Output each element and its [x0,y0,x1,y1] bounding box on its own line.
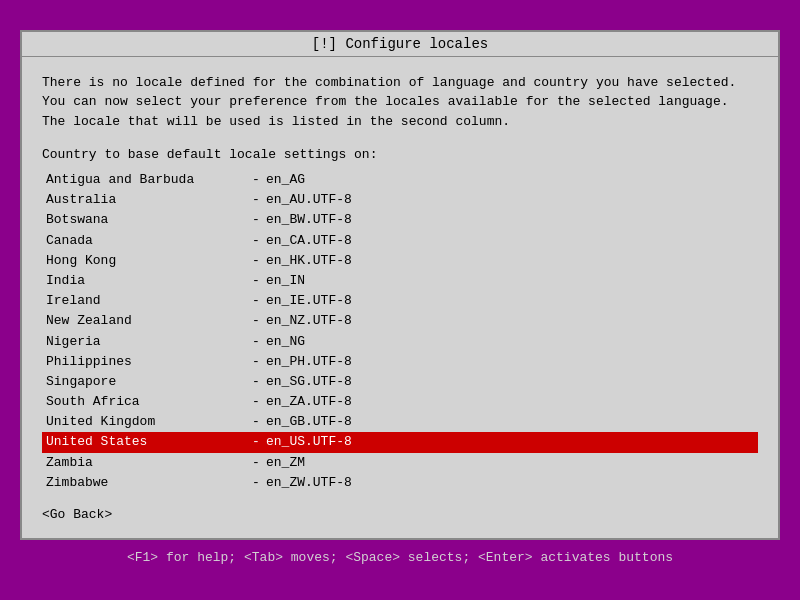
country-name: Ireland [46,292,246,310]
title-bar: [!] Configure locales [22,32,778,57]
list-item[interactable]: Botswana - en_BW.UTF-8 [42,210,758,230]
list-item[interactable]: Hong Kong - en_HK.UTF-8 [42,251,758,271]
country-name: India [46,272,246,290]
locale-code: en_US.UTF-8 [266,433,352,451]
country-list[interactable]: Antigua and Barbuda - en_AGAustralia - e… [42,170,758,495]
list-item[interactable]: Ireland - en_IE.UTF-8 [42,291,758,311]
locale-code: en_AG [266,171,305,189]
separator: - [246,232,266,250]
separator: - [246,312,266,330]
country-name: New Zealand [46,312,246,330]
locale-code: en_ZA.UTF-8 [266,393,352,411]
locale-code: en_SG.UTF-8 [266,373,352,391]
locale-code: en_NG [266,333,305,351]
locale-code: en_IE.UTF-8 [266,292,352,310]
section-label: Country to base default locale settings … [42,147,758,162]
country-name: Zambia [46,454,246,472]
list-item[interactable]: South Africa - en_ZA.UTF-8 [42,392,758,412]
list-item[interactable]: New Zealand - en_NZ.UTF-8 [42,311,758,331]
window-title: [!] Configure locales [312,36,488,52]
separator: - [246,333,266,351]
country-name: South Africa [46,393,246,411]
separator: - [246,171,266,189]
help-bar: <F1> for help; <Tab> moves; <Space> sele… [0,544,800,571]
locale-code: en_IN [266,272,305,290]
locale-code: en_PH.UTF-8 [266,353,352,371]
country-name: Hong Kong [46,252,246,270]
separator: - [246,393,266,411]
list-item[interactable]: Zambia - en_ZM [42,453,758,473]
country-name: Zimbabwe [46,474,246,492]
separator: - [246,272,266,290]
separator: - [246,433,266,451]
locale-code: en_HK.UTF-8 [266,252,352,270]
separator: - [246,373,266,391]
locale-code: en_NZ.UTF-8 [266,312,352,330]
separator: - [246,413,266,431]
locale-code: en_BW.UTF-8 [266,211,352,229]
list-item[interactable]: Philippines - en_PH.UTF-8 [42,352,758,372]
separator: - [246,454,266,472]
list-item[interactable]: Canada - en_CA.UTF-8 [42,231,758,251]
list-item[interactable]: Singapore - en_SG.UTF-8 [42,372,758,392]
country-name: Nigeria [46,333,246,351]
go-back-button[interactable]: <Go Back> [42,507,758,522]
separator: - [246,353,266,371]
list-item[interactable]: United States - en_US.UTF-8 [42,432,758,452]
separator: - [246,292,266,310]
list-item[interactable]: Zimbabwe - en_ZW.UTF-8 [42,473,758,493]
locale-code: en_CA.UTF-8 [266,232,352,250]
country-name: Botswana [46,211,246,229]
country-name: Singapore [46,373,246,391]
list-item[interactable]: India - en_IN [42,271,758,291]
list-item[interactable]: United Kingdom - en_GB.UTF-8 [42,412,758,432]
description-text: There is no locale defined for the combi… [42,73,758,132]
country-name: United States [46,433,246,451]
separator: - [246,191,266,209]
list-item[interactable]: Nigeria - en_NG [42,332,758,352]
country-name: Canada [46,232,246,250]
separator: - [246,211,266,229]
country-name: Antigua and Barbuda [46,171,246,189]
content-area: There is no locale defined for the combi… [22,57,778,538]
list-item[interactable]: Australia - en_AU.UTF-8 [42,190,758,210]
list-item[interactable]: Antigua and Barbuda - en_AG [42,170,758,190]
dialog-window: [!] Configure locales There is no locale… [20,30,780,540]
locale-code: en_GB.UTF-8 [266,413,352,431]
separator: - [246,252,266,270]
separator: - [246,474,266,492]
country-name: United Kingdom [46,413,246,431]
country-name: Australia [46,191,246,209]
locale-code: en_ZM [266,454,305,472]
locale-code: en_ZW.UTF-8 [266,474,352,492]
country-name: Philippines [46,353,246,371]
locale-code: en_AU.UTF-8 [266,191,352,209]
